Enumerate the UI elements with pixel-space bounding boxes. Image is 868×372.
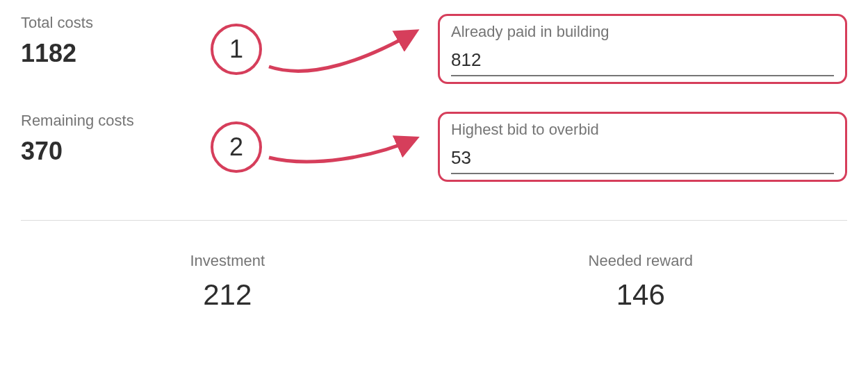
divider: [21, 220, 847, 221]
arrow-1-icon: [262, 18, 422, 81]
total-costs-value: 1182: [21, 39, 195, 68]
annotation-2-col: 2: [195, 112, 438, 182]
already-paid-highlight: Already paid in building: [438, 14, 847, 84]
needed-reward-block: Needed reward 146: [434, 252, 848, 312]
arrow-2-icon: [262, 119, 422, 175]
needed-reward-label: Needed reward: [434, 252, 848, 270]
total-costs-block: Total costs 1182: [21, 14, 195, 84]
highest-bid-label: Highest bid to overbid: [451, 121, 834, 139]
already-paid-label: Already paid in building: [451, 23, 834, 41]
highest-bid-highlight: Highest bid to overbid: [438, 112, 847, 182]
annotation-number-1: 1: [229, 35, 243, 64]
already-paid-col: Already paid in building: [438, 14, 847, 84]
main-container: Total costs 1182 1 Alre: [0, 0, 868, 312]
annotation-1-wrap: 1: [211, 18, 422, 81]
highest-bid-col: Highest bid to overbid: [438, 112, 847, 182]
annotation-1-col: 1: [195, 14, 438, 84]
needed-reward-value: 146: [434, 278, 848, 312]
remaining-costs-value: 370: [21, 137, 195, 166]
investment-block: Investment 212: [21, 252, 434, 312]
highest-bid-input[interactable]: [451, 144, 834, 174]
annotation-circle-2: 2: [211, 121, 262, 173]
annotation-number-2: 2: [229, 133, 243, 162]
summary-section: Investment 212 Needed reward 146: [21, 252, 847, 312]
top-section: Total costs 1182 1 Alre: [21, 14, 847, 182]
total-costs-label: Total costs: [21, 14, 195, 32]
remaining-costs-block: Remaining costs 370: [21, 112, 195, 182]
remaining-costs-label: Remaining costs: [21, 112, 195, 130]
investment-value: 212: [21, 278, 434, 312]
investment-label: Investment: [21, 252, 434, 270]
already-paid-input[interactable]: [451, 46, 834, 76]
annotation-2-wrap: 2: [211, 119, 422, 175]
annotation-circle-1: 1: [211, 24, 262, 75]
